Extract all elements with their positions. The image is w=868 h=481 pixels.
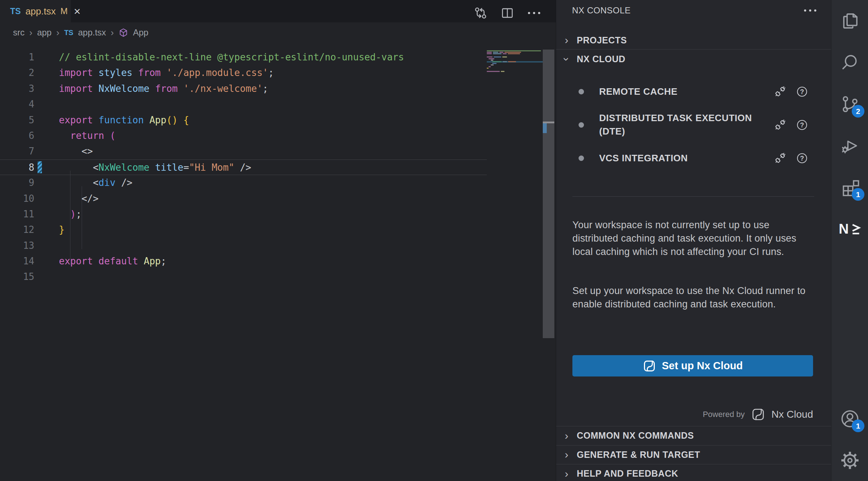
section-label: HELP AND FEEDBACK (577, 468, 678, 479)
line-number: 4 (0, 97, 34, 112)
line-number: 12 (0, 222, 34, 238)
setup-button-label: Set up Nx Cloud (662, 360, 743, 372)
setup-nx-cloud-button[interactable]: Set up Nx Cloud (572, 355, 813, 376)
section-projects[interactable]: › PROJECTS (556, 31, 831, 49)
settings-gear-icon[interactable] (832, 439, 868, 481)
nx-cloud-icon (751, 408, 765, 421)
panel-section-row[interactable]: › HELP AND FEEDBACK (556, 464, 831, 481)
nx-cloud-feature-row[interactable]: DISTRIBUTED TASK EXECUTION (DTE) (556, 108, 831, 141)
accounts-badge: 1 (852, 420, 864, 432)
code-line[interactable]: 9 <div /> (0, 175, 487, 191)
overview-ruler-modified-marker (543, 123, 547, 133)
code-line[interactable]: 2import styles from './app.module.css'; (0, 65, 487, 81)
open-changes-icon[interactable] (473, 6, 488, 20)
connect-plug-icon[interactable] (774, 152, 787, 165)
code-line[interactable]: 14export default App; (0, 254, 487, 269)
nx-cloud-brand-label: Nx Cloud (772, 409, 813, 420)
search-icon[interactable] (832, 42, 868, 83)
nx-cloud-icon (643, 359, 656, 373)
chevron-right-icon: › (562, 448, 571, 461)
panel-title: NX CONSOLE (572, 5, 631, 16)
connect-plug-icon[interactable] (774, 118, 787, 131)
code-text: <div /> (34, 175, 133, 191)
accounts-icon[interactable]: 1 (832, 398, 868, 439)
breadcrumb-src[interactable]: src (13, 27, 25, 38)
minimap[interactable] (487, 50, 543, 79)
section-nx-cloud[interactable]: › NX CLOUD (556, 49, 831, 69)
code-text: export function App() { (34, 112, 189, 128)
code-text (34, 238, 59, 254)
help-icon[interactable]: ? (796, 152, 808, 164)
line-number: 6 (0, 128, 34, 144)
line-number: 1 (0, 50, 34, 65)
code-line[interactable]: 3import NxWelcome from './nx-welcome'; (0, 81, 487, 97)
svg-text:?: ? (800, 88, 804, 95)
code-text: </> (34, 191, 99, 207)
code-line[interactable]: 4 (0, 97, 487, 112)
code-line[interactable]: 1// eslint-disable-next-line @typescript… (0, 50, 487, 65)
help-icon[interactable]: ? (796, 119, 808, 131)
source-control-icon[interactable]: 2 (832, 83, 868, 125)
status-dot-icon (579, 156, 584, 161)
breadcrumb-symbol[interactable]: App (133, 27, 149, 38)
breadcrumb: src › app › TS app.tsx › App (0, 22, 556, 43)
tab-app-tsx[interactable]: TS app.tsx M × (0, 0, 71, 22)
nx-cloud-feature-row[interactable]: VCS INTEGRATION ? (556, 141, 831, 175)
line-number: 14 (0, 254, 34, 269)
panel-section-row[interactable]: › COMMON NX COMMANDS (556, 426, 831, 445)
minimap-row (487, 72, 543, 74)
code-line[interactable]: 8 <NxWelcome title="Hi Mom" /> (0, 159, 487, 175)
breadcrumb-app[interactable]: app (37, 27, 52, 38)
section-label: PROJECTS (577, 35, 627, 46)
panel-section-row[interactable]: › GENERATE & RUN TARGET (556, 445, 831, 464)
line-number: 11 (0, 207, 34, 222)
code-line[interactable]: 10 </> (0, 191, 487, 207)
code-text (34, 269, 59, 285)
code-editor[interactable]: 1// eslint-disable-next-line @typescript… (0, 43, 487, 285)
tab-bar: TS app.tsx M × (0, 0, 556, 22)
code-line[interactable]: 13 (0, 238, 487, 254)
nx-cloud-feature-list: REMOTE CACHE ? (556, 75, 831, 175)
line-number: 13 (0, 238, 34, 254)
panel-more-actions-icon[interactable] (803, 3, 817, 18)
line-number: 10 (0, 191, 34, 207)
chevron-right-icon: › (562, 34, 571, 46)
extensions-badge: 1 (852, 188, 864, 201)
code-line[interactable]: 11 ); (0, 207, 487, 222)
panel-header: NX CONSOLE (556, 0, 831, 21)
code-text: return ( (34, 128, 116, 144)
svg-text:N: N (839, 222, 849, 236)
explorer-icon[interactable] (832, 0, 868, 42)
extensions-icon[interactable]: 1 (832, 166, 868, 208)
activity-bar-bottom: 1 (832, 398, 868, 481)
close-tab-icon[interactable]: × (74, 5, 81, 17)
help-icon[interactable]: ? (796, 86, 808, 98)
nx-console-icon[interactable]: N (832, 208, 868, 250)
feature-actions: ? (774, 85, 808, 98)
code-line[interactable]: 15 (0, 269, 487, 285)
line-number: 9 (0, 175, 34, 191)
code-line[interactable]: 7 <> (0, 144, 487, 159)
vertical-scrollbar[interactable] (543, 50, 554, 338)
connect-plug-icon[interactable] (774, 85, 787, 98)
code-text: export default App; (34, 254, 166, 269)
split-editor-icon[interactable] (500, 6, 515, 20)
line-number: 3 (0, 81, 34, 97)
breadcrumb-file[interactable]: app.tsx (78, 27, 106, 38)
code-line[interactable]: 12} (0, 222, 487, 238)
git-modified-gutter-marker (38, 161, 42, 173)
section-label: GENERATE & RUN TARGET (577, 450, 700, 460)
more-actions-icon[interactable] (527, 6, 541, 20)
chevron-right-icon: › (562, 430, 571, 442)
nx-console-panel: NX CONSOLE › PROJECTS › NX CLOUD REMOTE … (556, 0, 831, 481)
code-line[interactable]: 6 return ( (0, 128, 487, 144)
line-number: 2 (0, 65, 34, 81)
typescript-file-icon: TS (10, 7, 21, 16)
code-line[interactable]: 5export function App() { (0, 112, 487, 128)
feature-actions: ? (774, 118, 808, 131)
line-number: 5 (0, 112, 34, 128)
run-debug-icon[interactable] (832, 125, 868, 166)
editor-toolbar (473, 5, 541, 21)
nx-cloud-feature-row[interactable]: REMOTE CACHE ? (556, 75, 831, 108)
symbol-cube-icon (119, 28, 128, 38)
